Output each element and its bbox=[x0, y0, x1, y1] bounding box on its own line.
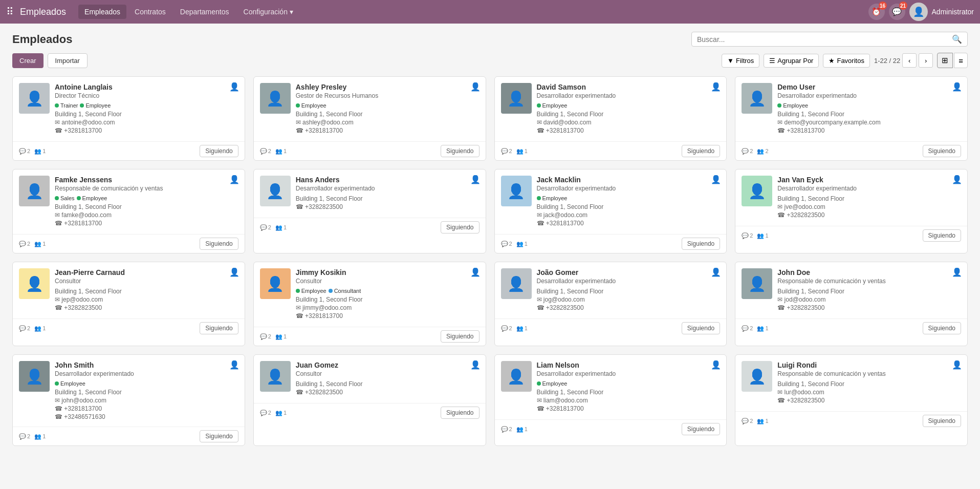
employee-name[interactable]: Juan Gomez bbox=[296, 361, 480, 369]
employee-name[interactable]: João Gomer bbox=[537, 268, 721, 277]
followers-stat[interactable]: 👥 1 bbox=[757, 418, 768, 424]
messages-stat[interactable]: 💬 2 bbox=[742, 418, 753, 424]
create-button[interactable]: Crear bbox=[12, 53, 43, 68]
employee-name[interactable]: David Samson bbox=[537, 83, 721, 91]
employee-avatar[interactable]: 👤 bbox=[742, 268, 772, 299]
followers-stat[interactable]: 👥 1 bbox=[516, 325, 528, 332]
siguiendo-button[interactable]: Siguiendo bbox=[682, 423, 720, 435]
siguiendo-button[interactable]: Siguiendo bbox=[682, 145, 720, 157]
siguiendo-button[interactable]: Siguiendo bbox=[441, 407, 479, 419]
siguiendo-button[interactable]: Siguiendo bbox=[682, 322, 720, 334]
employee-name[interactable]: Jack Macklin bbox=[537, 176, 721, 184]
followers-stat[interactable]: 👥 1 bbox=[275, 410, 287, 416]
siguiendo-button[interactable]: Siguiendo bbox=[200, 322, 238, 334]
messages-stat[interactable]: 💬 2 bbox=[501, 426, 512, 433]
employee-avatar[interactable]: 👤 bbox=[742, 83, 772, 114]
activity-button[interactable]: ⏰ 16 bbox=[868, 4, 885, 20]
employee-avatar[interactable]: 👤 bbox=[501, 83, 532, 114]
messages-stat[interactable]: 💬 2 bbox=[501, 241, 512, 247]
messages-stat[interactable]: 💬 2 bbox=[19, 325, 30, 332]
import-button[interactable]: Importar bbox=[48, 53, 88, 68]
siguiendo-button[interactable]: Siguiendo bbox=[441, 330, 479, 343]
search-icon[interactable]: 🔍 bbox=[952, 34, 962, 44]
prev-page-button[interactable]: ‹ bbox=[902, 53, 917, 68]
employee-avatar[interactable]: 👤 bbox=[260, 83, 291, 114]
employee-name[interactable]: Hans Anders bbox=[296, 176, 480, 184]
siguiendo-button[interactable]: Siguiendo bbox=[923, 229, 961, 242]
siguiendo-button[interactable]: Siguiendo bbox=[200, 238, 238, 250]
followers-stat[interactable]: 👥 1 bbox=[516, 241, 528, 247]
followers-stat[interactable]: 👥 1 bbox=[34, 325, 46, 332]
messages-stat[interactable]: 💬 2 bbox=[260, 333, 271, 340]
siguiendo-button[interactable]: Siguiendo bbox=[200, 145, 238, 157]
messages-stat[interactable]: 💬 2 bbox=[742, 148, 753, 155]
siguiendo-button[interactable]: Siguiendo bbox=[200, 430, 238, 442]
list-view-button[interactable]: ≡ bbox=[954, 53, 968, 68]
messages-stat[interactable]: 💬 2 bbox=[19, 148, 30, 155]
followers-stat[interactable]: 👥 1 bbox=[757, 232, 768, 239]
siguiendo-button[interactable]: Siguiendo bbox=[923, 322, 961, 334]
employee-avatar[interactable]: 👤 bbox=[260, 361, 291, 392]
siguiendo-button[interactable]: Siguiendo bbox=[682, 238, 720, 250]
followers-stat[interactable]: 👥 1 bbox=[516, 426, 528, 433]
employee-name[interactable]: Jan Van Eyck bbox=[777, 176, 961, 184]
kanban-view-button[interactable]: ⊞ bbox=[937, 53, 953, 68]
employee-avatar[interactable]: 👤 bbox=[260, 268, 291, 299]
employee-avatar[interactable]: 👤 bbox=[19, 361, 50, 392]
messages-stat[interactable]: 💬 2 bbox=[742, 232, 753, 239]
next-page-button[interactable]: › bbox=[919, 53, 933, 68]
messages-stat[interactable]: 💬 2 bbox=[19, 241, 30, 247]
followers-stat[interactable]: 👥 2 bbox=[757, 148, 768, 155]
messages-stat[interactable]: 💬 2 bbox=[501, 148, 512, 155]
employee-name[interactable]: Liam Nelson bbox=[537, 361, 721, 369]
nav-contratos[interactable]: Contratos bbox=[128, 5, 172, 19]
messages-stat[interactable]: 💬 2 bbox=[260, 148, 271, 155]
employee-avatar[interactable]: 👤 bbox=[501, 176, 532, 206]
employee-name[interactable]: Demo User bbox=[777, 83, 961, 91]
siguiendo-button[interactable]: Siguiendo bbox=[441, 145, 479, 157]
employee-name[interactable]: John Smith bbox=[55, 361, 238, 369]
group-by-button[interactable]: ☰ Agrupar Por bbox=[764, 54, 819, 68]
avatar[interactable]: 👤 bbox=[909, 3, 928, 21]
grid-icon[interactable]: ⠿ bbox=[6, 6, 14, 18]
employee-avatar[interactable]: 👤 bbox=[260, 176, 291, 206]
employee-name[interactable]: John Doe bbox=[777, 268, 961, 277]
followers-stat[interactable]: 👥 1 bbox=[275, 224, 287, 231]
followers-stat[interactable]: 👥 1 bbox=[275, 148, 287, 155]
search-input[interactable] bbox=[697, 35, 952, 44]
nav-departamentos[interactable]: Departamentos bbox=[174, 5, 235, 19]
favorites-button[interactable]: ★ Favoritos bbox=[823, 54, 869, 68]
employee-avatar[interactable]: 👤 bbox=[19, 268, 50, 299]
siguiendo-button[interactable]: Siguiendo bbox=[923, 145, 961, 157]
username[interactable]: Administrator bbox=[932, 8, 974, 16]
followers-stat[interactable]: 👥 1 bbox=[34, 241, 46, 247]
siguiendo-button[interactable]: Siguiendo bbox=[441, 221, 479, 233]
employee-name[interactable]: Ashley Presley bbox=[296, 83, 480, 91]
employee-avatar[interactable]: 👤 bbox=[501, 361, 532, 392]
employee-avatar[interactable]: 👤 bbox=[19, 176, 50, 206]
nav-empleados[interactable]: Empleados bbox=[78, 5, 126, 19]
followers-stat[interactable]: 👥 1 bbox=[757, 325, 768, 332]
followers-stat[interactable]: 👥 1 bbox=[275, 333, 287, 340]
followers-stat[interactable]: 👥 1 bbox=[34, 148, 46, 155]
employee-name[interactable]: Jimmy Kosikin bbox=[296, 268, 480, 277]
employee-name[interactable]: Antoine Langlais bbox=[55, 83, 238, 91]
employee-name[interactable]: Luigi Rondi bbox=[777, 361, 961, 369]
nav-configuracion[interactable]: Configuración bbox=[237, 5, 299, 19]
employee-avatar[interactable]: 👤 bbox=[501, 268, 532, 299]
employee-name[interactable]: Famke Jenssens bbox=[55, 176, 238, 184]
employee-name[interactable]: Jean-Pierre Carnaud bbox=[55, 268, 238, 277]
followers-stat[interactable]: 👥 1 bbox=[34, 433, 46, 440]
employee-avatar[interactable]: 👤 bbox=[742, 361, 772, 392]
messages-stat[interactable]: 💬 2 bbox=[501, 325, 512, 332]
messages-stat[interactable]: 💬 2 bbox=[260, 224, 271, 231]
filters-button[interactable]: ▼ Filtros bbox=[722, 54, 759, 68]
messages-stat[interactable]: 💬 2 bbox=[742, 325, 753, 332]
messages-stat[interactable]: 💬 2 bbox=[19, 433, 30, 440]
messages-stat[interactable]: 💬 2 bbox=[260, 410, 271, 416]
employee-avatar[interactable]: 👤 bbox=[742, 176, 772, 206]
employee-avatar[interactable]: 👤 bbox=[19, 83, 50, 114]
siguiendo-button[interactable]: Siguiendo bbox=[923, 415, 961, 427]
messages-button[interactable]: 💬 21 bbox=[889, 4, 905, 20]
followers-stat[interactable]: 👥 1 bbox=[516, 148, 528, 155]
